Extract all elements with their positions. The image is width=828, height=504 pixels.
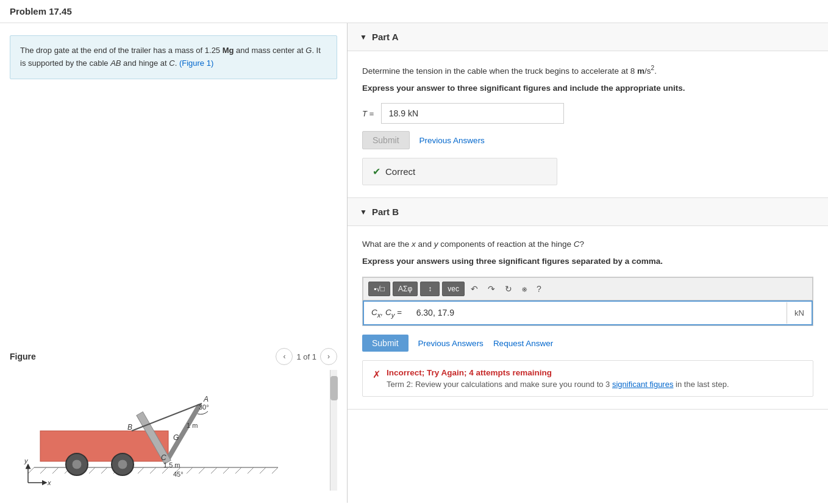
svg-text:C: C [161,453,166,462]
correct-label: Correct [385,166,415,177]
figure-nav: ‹ 1 of 1 › [276,348,337,365]
figure-content: A B G C 30° 1 m [10,370,330,491]
svg-text:G: G [173,433,179,442]
problem-title: Problem 17.45 [10,6,72,16]
part-a-answer-label: T = [362,109,376,118]
error-detail-suffix: in the last step. [676,380,729,389]
svg-line-15 [199,467,205,474]
part-b-previous-answers-link[interactable]: Previous Answers [418,339,484,348]
svg-text:45°: 45° [173,470,184,478]
scroll-thumb [330,376,338,400]
part-b-header[interactable]: ▼ Part B [348,198,828,226]
svg-line-16 [211,467,217,474]
part-b-section: ▼ Part B What are the x and y components… [348,198,828,410]
toolbar-arrows-btn[interactable]: ↕ [420,282,440,296]
significant-figures-link[interactable]: significant figures [612,380,673,389]
figure-section: Figure ‹ 1 of 1 › [10,348,337,491]
toolbar-refresh-btn[interactable]: ↻ [501,282,516,296]
part-b-body: What are the x and y components of react… [348,226,828,409]
math-answer-row: Cx, Cy = kN [363,300,813,326]
part-a-instruction: Express your answer to three significant… [362,82,813,94]
figure-prev-btn[interactable]: ‹ [276,348,293,365]
svg-line-1 [28,467,34,474]
page-indicator: 1 of 1 [296,352,316,361]
math-input-container: ▪√□ ΑΣφ ↕ vec ↶ ↷ ↻ ⎈ ? Cx, Cy = kN [362,277,813,327]
problem-description: The drop gate at the end of the trailer … [10,35,337,79]
error-content: Incorrect; Try Again; 4 attempts remaini… [387,368,729,389]
svg-line-19 [248,467,254,474]
svg-line-7 [101,467,107,474]
figure-title: Figure [10,352,36,361]
toolbar-vec-btn[interactable]: vec [442,282,465,296]
part-a-header[interactable]: ▼ Part A [348,23,828,51]
part-b-label: Part B [372,207,399,217]
toolbar-alpha-btn[interactable]: ΑΣφ [393,282,418,296]
part-b-button-row: Submit Previous Answers Request Answer [362,335,813,352]
svg-text:x: x [47,479,51,486]
error-icon: ✗ [373,369,380,380]
svg-text:30°: 30° [199,403,209,411]
svg-text:A: A [203,395,209,403]
toolbar-sqrt-btn[interactable]: ▪√□ [368,282,390,296]
svg-line-20 [260,467,266,474]
figure-next-btn[interactable]: › [320,348,337,365]
top-bar: Problem 17.45 [0,0,828,23]
figure-with-scrollbar: A B G C 30° 1 m [10,370,337,491]
part-b-question: What are the x and y components of react… [362,238,813,250]
math-toolbar: ▪√□ ΑΣφ ↕ vec ↶ ↷ ↻ ⎈ ? [363,277,813,300]
error-banner: ✗ Incorrect; Try Again; 4 attempts remai… [362,360,813,397]
part-a-submit-btn[interactable]: Submit [362,131,410,149]
svg-line-10 [138,467,144,474]
scroll-bar[interactable] [330,370,337,491]
checkmark-icon: ✔ [373,166,380,177]
svg-text:B: B [127,423,132,431]
part-b-answer-input[interactable] [412,302,787,324]
svg-line-21 [272,467,278,474]
part-b-request-answer-link[interactable]: Request Answer [493,339,553,348]
part-b-instruction: Express your answers using three signifi… [362,255,813,268]
part-a-button-row: Submit Previous Answers [362,131,813,149]
part-a-label: Part A [372,32,399,42]
svg-text:1.5 m: 1.5 m [163,461,180,469]
svg-text:y: y [24,457,29,464]
toolbar-undo-btn[interactable]: ↶ [467,282,482,296]
part-a-arrow: ▼ [360,33,367,41]
toolbar-keyboard-btn[interactable]: ⎈ [518,282,530,296]
left-panel: The drop gate at the end of the trailer … [0,23,348,503]
figure-header: Figure ‹ 1 of 1 › [10,348,337,365]
svg-line-11 [150,467,156,474]
error-title: Incorrect; Try Again; 4 attempts remaini… [387,368,729,377]
part-a-body: Determine the tension in the cable when … [348,51,828,197]
svg-line-14 [187,467,193,474]
part-a-previous-answers-link[interactable]: Previous Answers [419,136,485,145]
toolbar-redo-btn[interactable]: ↷ [484,282,499,296]
part-b-arrow: ▼ [360,208,367,216]
toolbar-help-btn[interactable]: ? [533,282,545,296]
figure-link[interactable]: (Figure 1) [179,59,213,68]
part-a-answer-input[interactable] [381,103,564,124]
right-panel: ▼ Part A Determine the tension in the ca… [348,23,828,503]
part-a-correct-banner: ✔ Correct [362,158,557,185]
error-detail: Term 2: Review your calculations and mak… [387,380,729,389]
svg-line-2 [40,467,46,474]
svg-point-26 [118,460,127,469]
main-layout: The drop gate at the end of the trailer … [0,23,828,503]
svg-line-17 [223,467,229,474]
part-a-section: ▼ Part A Determine the tension in the ca… [348,23,828,198]
svg-line-6 [89,467,95,474]
part-a-input-row: T = [362,103,813,124]
math-prefix: Cx, Cy = [364,302,412,325]
part-a-question: Determine the tension in the cable when … [362,63,813,77]
svg-line-18 [235,467,241,474]
math-suffix: kN [787,302,812,324]
error-detail-text: Term 2: Review your calculations and mak… [387,380,610,389]
svg-point-24 [72,460,82,469]
svg-line-3 [52,467,59,474]
figure-svg: A B G C 30° 1 m [10,370,278,489]
part-b-submit-btn[interactable]: Submit [362,335,409,352]
svg-text:1 m: 1 m [187,422,198,429]
